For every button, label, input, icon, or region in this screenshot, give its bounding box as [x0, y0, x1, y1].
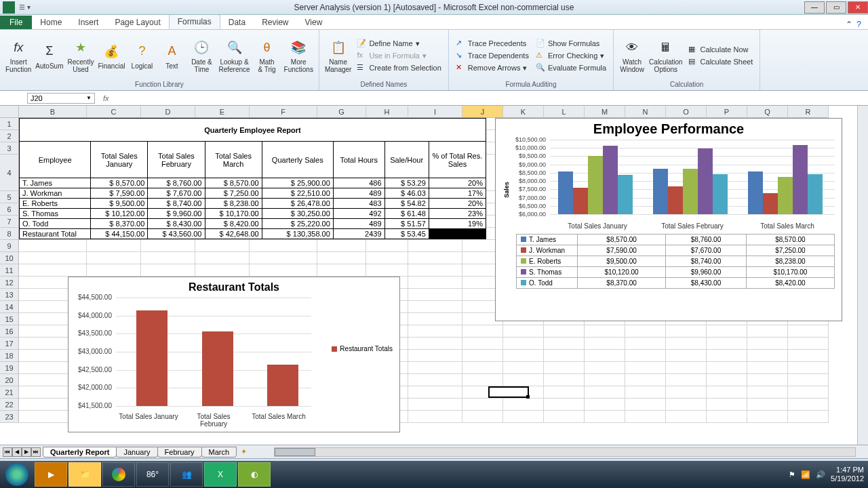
excel-icon: [3, 1, 15, 14]
taskbar-weather[interactable]: 86°: [136, 462, 169, 487]
horizontal-scrollbar[interactable]: [274, 447, 856, 457]
name-box[interactable]: J20▼: [27, 93, 95, 104]
active-cell[interactable]: [488, 386, 529, 398]
formula-bar: J20▼ fx: [0, 91, 868, 106]
math-button[interactable]: θMath & Trig: [254, 38, 280, 73]
tab-review[interactable]: Review: [254, 16, 296, 29]
restaurant-totals-chart[interactable]: Restaurant Totals $44,500.00$44,000.00$4…: [68, 277, 400, 432]
remove-arrows-button[interactable]: ✕Remove Arrows ▾: [454, 62, 530, 73]
vertical-scrollbar[interactable]: [857, 106, 868, 445]
calculate-sheet-button[interactable]: ▤Calculate Sheet: [687, 56, 755, 67]
ribbon: fxInsert Function ΣAutoSum ★Recently Use…: [0, 30, 868, 91]
tab-home[interactable]: Home: [32, 16, 70, 29]
tab-view[interactable]: View: [297, 16, 331, 29]
taskbar-app2[interactable]: ◐: [238, 462, 271, 487]
more-functions-button[interactable]: 📚More Functions: [284, 38, 313, 73]
trace-dependents-button[interactable]: ↘Trace Dependents: [454, 50, 530, 61]
sheet-tab[interactable]: March: [201, 447, 237, 458]
tab-pagelayout[interactable]: Page Layout: [106, 16, 168, 29]
formula-auditing-label: Formula Auditing: [454, 79, 608, 88]
evaluate-formula-button[interactable]: 🔍Evaluate Formula: [534, 62, 608, 73]
tray-network-icon[interactable]: 📶: [801, 470, 810, 479]
new-sheet-button[interactable]: ✦: [241, 447, 247, 456]
lookup-button[interactable]: 🔍Lookup & Reference: [218, 38, 250, 73]
error-checking-button[interactable]: ⚠Error Checking ▾: [534, 50, 608, 61]
tab-formulas[interactable]: Formulas: [169, 14, 220, 29]
function-library-label: Function Library: [5, 79, 313, 88]
formula-input[interactable]: [113, 93, 868, 104]
maximize-button[interactable]: ▭: [826, 1, 846, 14]
financial-button[interactable]: 💰Financial: [98, 42, 125, 70]
taskbar-chrome[interactable]: [102, 462, 135, 487]
trace-precedents-button[interactable]: ↗Trace Precedents: [454, 38, 530, 49]
calculation-label: Calculation: [619, 79, 754, 88]
employee-performance-chart[interactable]: Employee Performance Sales $10,500.00$10…: [495, 118, 842, 321]
name-manager-button[interactable]: 📋Name Manager: [325, 38, 351, 73]
last-sheet-button[interactable]: ⏭: [31, 447, 41, 457]
tab-data[interactable]: Data: [220, 16, 254, 29]
create-from-selection-button[interactable]: ☰Create from Selection: [355, 62, 442, 73]
use-in-formula-button[interactable]: fxUse in Formula ▾: [355, 50, 442, 61]
define-name-button[interactable]: 📝Define Name ▾: [355, 38, 442, 49]
recently-used-button[interactable]: ★Recently Used: [68, 38, 94, 73]
calculate-now-button[interactable]: ▦Calculate Now: [687, 44, 755, 55]
minimize-button[interactable]: —: [804, 1, 825, 14]
sheet-tab[interactable]: Quarterly Report: [43, 447, 117, 458]
employee-table: Quarterly Employee Report EmployeeTotal …: [19, 118, 486, 239]
autosum-button[interactable]: ΣAutoSum: [35, 42, 63, 70]
file-tab[interactable]: File: [0, 16, 32, 29]
taskbar-app1[interactable]: 👥: [170, 462, 203, 487]
start-button[interactable]: [0, 462, 34, 487]
prev-sheet-button[interactable]: ◀: [12, 447, 22, 457]
title-bar: ☰ ▾ Server Analysis (version 1) [Autosav…: [0, 0, 868, 15]
sheet-area[interactable]: BCDEFGHIJKLMNOPQR 1234567891011121314151…: [0, 106, 868, 445]
tab-insert[interactable]: Insert: [70, 16, 106, 29]
close-button[interactable]: ✕: [848, 1, 868, 14]
taskbar-excel[interactable]: X: [204, 462, 237, 487]
help-icon[interactable]: ?: [856, 20, 861, 29]
tray-volume-icon[interactable]: 🔊: [816, 470, 825, 479]
show-formulas-button[interactable]: 📄Show Formulas: [534, 38, 608, 49]
tray-flag-icon[interactable]: ⚑: [789, 470, 795, 479]
system-tray[interactable]: ⚑ 📶 🔊 1:47 PM5/19/2012: [789, 466, 868, 483]
datetime-button[interactable]: 🕒Date & Time: [189, 38, 214, 73]
calculation-options-button[interactable]: 🖩Calculation Options: [649, 38, 682, 73]
taskbar-clock[interactable]: 1:47 PM5/19/2012: [831, 466, 864, 483]
select-all-corner[interactable]: [0, 106, 19, 118]
next-sheet-button[interactable]: ▶: [22, 447, 31, 457]
insert-function-button[interactable]: fxInsert Function: [5, 38, 31, 73]
sheet-tab[interactable]: January: [116, 447, 157, 458]
fx-icon[interactable]: fx: [103, 94, 109, 102]
row-headers[interactable]: 1234567891011121314151617181920212223: [0, 118, 19, 423]
text-button[interactable]: AText: [159, 42, 184, 70]
minimize-ribbon-icon[interactable]: ⌃: [846, 20, 852, 29]
ribbon-tabs: File Home Insert Page Layout Formulas Da…: [0, 15, 868, 30]
logical-button[interactable]: ?Logical: [129, 42, 155, 70]
watch-window-button[interactable]: 👁Watch Window: [619, 38, 645, 73]
taskbar-explorer[interactable]: 📁: [68, 462, 101, 487]
defined-names-label: Defined Names: [325, 79, 443, 88]
windows-taskbar: ▶ 📁 86° 👥 X ◐ ⚑ 📶 🔊 1:47 PM5/19/2012: [0, 461, 868, 488]
taskbar-media-player[interactable]: ▶: [35, 462, 67, 487]
table-title: Quarterly Employee Report: [20, 119, 486, 142]
column-headers[interactable]: BCDEFGHIJKLMNOPQR: [19, 106, 829, 118]
chart-legend-table: T. James$8,570.00$8,760.00$8,570.00J. Wo…: [516, 234, 835, 289]
sheet-tab-bar: ⏮ ◀ ▶ ⏭ Quarterly ReportJanuaryFebruaryM…: [0, 445, 868, 458]
first-sheet-button[interactable]: ⏮: [3, 447, 12, 457]
sheet-tab[interactable]: February: [157, 447, 202, 458]
window-title: Server Analysis (version 1) [Autosaved] …: [294, 3, 574, 12]
